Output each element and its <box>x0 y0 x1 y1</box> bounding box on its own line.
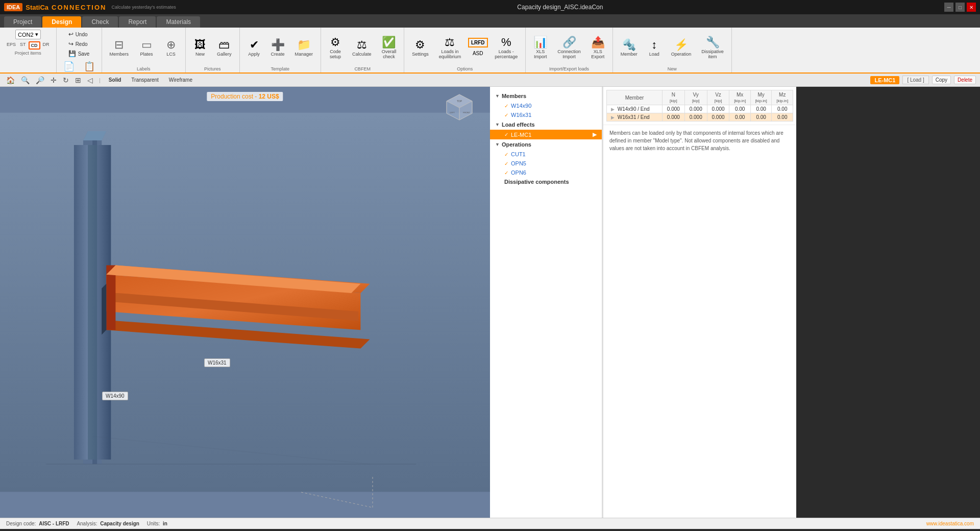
col-vy-header: Vy[kip] <box>684 90 707 105</box>
rotate-tool-icon[interactable]: ↻ <box>61 75 71 85</box>
row2-mx[interactable]: 0.00 <box>729 113 751 122</box>
minimize-button[interactable]: ─ <box>944 3 953 12</box>
tree-item-w14x90[interactable]: ✓ W14x90 <box>490 101 602 110</box>
lcs-button[interactable]: ⊕ LCS <box>160 30 182 65</box>
plates-button[interactable]: ▭ Plates <box>135 30 158 65</box>
members-button[interactable]: ⊟ Members <box>105 30 134 65</box>
manager-button[interactable]: 📁 Manager <box>290 30 318 65</box>
dr-button[interactable]: DR <box>41 41 51 50</box>
cd-button[interactable]: CD <box>29 41 40 50</box>
load-badge: [ Load ] <box>902 76 928 84</box>
row2-vy[interactable]: 0.000 <box>684 113 707 122</box>
redo-icon: ↪ <box>68 40 74 47</box>
fit-tool-icon[interactable]: ⊞ <box>73 75 83 85</box>
panel-delete-button[interactable]: Delete <box>954 76 976 84</box>
project-dropdown[interactable]: CON2 ▾ <box>15 30 41 39</box>
tab-materials[interactable]: Materials <box>157 16 200 28</box>
settings-button[interactable]: ⚙ Settings <box>407 30 433 65</box>
new-button[interactable]: 📄 New <box>60 59 78 74</box>
tree-item-opn5[interactable]: ✓ OPN5 <box>490 159 602 168</box>
table-row[interactable]: ▶ W16x31 / End 0.000 0.000 0.000 0.00 0.… <box>607 113 793 122</box>
project-items-label: Project items <box>15 51 41 56</box>
panel-copy-button[interactable]: Copy <box>932 76 951 84</box>
3d-viewport[interactable]: Production cost - 12 US$ W14x90 W16x31 T… <box>0 87 490 518</box>
transparent-view-button[interactable]: Transparent <box>127 76 163 84</box>
row1-mz[interactable]: 0.00 <box>772 105 793 113</box>
create-button[interactable]: ➕ Create <box>266 30 289 65</box>
apply-icon: ✔ <box>250 38 259 52</box>
lcs-icon: ⊕ <box>166 38 176 52</box>
row2-member: ▶ W16x31 / End <box>607 113 663 122</box>
tree-operations-header[interactable]: ▼ Operations <box>490 139 602 150</box>
move-tool-icon[interactable]: ✛ <box>48 75 59 85</box>
window-title: Capacity design_AISC.ideaCon <box>517 4 603 11</box>
tab-report[interactable]: Report <box>119 16 156 28</box>
new-member-button[interactable]: 🔩 Member <box>616 30 642 65</box>
undo-label: Undo <box>76 32 88 37</box>
tree-item-cut1[interactable]: ✓ CUT1 <box>490 150 602 159</box>
close-button[interactable]: ✕ <box>967 3 976 12</box>
home-tool-icon[interactable]: 🏠 <box>4 75 17 85</box>
new-load-button[interactable]: ↕ Load <box>643 30 666 65</box>
le-mc1-arrow-icon: ▶ <box>593 131 597 138</box>
tab-check[interactable]: Check <box>82 16 118 28</box>
eps-button[interactable]: EPS <box>5 41 17 50</box>
row1-my[interactable]: 0.00 <box>750 105 772 113</box>
loads-equilibrium-button[interactable]: ⚖ Loads inequilibrium <box>434 30 466 65</box>
pointer-tool-icon[interactable]: ◁ <box>85 75 95 85</box>
tree-item-opn6[interactable]: ✓ OPN6 <box>490 168 602 177</box>
undo-button[interactable]: ↩ Undo <box>66 30 90 39</box>
window-controls[interactable]: ─ □ ✕ <box>944 3 976 12</box>
redo-button[interactable]: ↪ Redo <box>66 39 90 49</box>
lrfd-button[interactable]: LRFD <box>468 38 488 47</box>
plates-label: Plates <box>140 52 153 57</box>
calculate-button[interactable]: ⚖ Calculate <box>348 30 376 65</box>
table-row[interactable]: ▶ W14x90 / End 0.000 0.000 0.000 0.00 0.… <box>607 105 793 113</box>
cube-navigator[interactable]: TOP LEFT FRONT <box>444 92 480 128</box>
tab-design[interactable]: Design <box>42 16 81 28</box>
zoom-tool-icon[interactable]: 🔍 <box>19 75 32 85</box>
search-tool-icon[interactable]: 🔎 <box>34 75 46 85</box>
gallery-icon: 🗃 <box>218 38 230 52</box>
website-link[interactable]: www.ideastatica.com <box>926 521 974 526</box>
connection-import-button[interactable]: 🔗 ConnectionImport <box>553 30 585 65</box>
new-load-icon: ↕ <box>651 38 657 52</box>
solid-view-button[interactable]: Solid <box>105 76 125 84</box>
new-operation-button[interactable]: ⚡ Operation <box>667 30 696 65</box>
row2-vz[interactable]: 0.000 <box>707 113 729 122</box>
maximize-button[interactable]: □ <box>955 3 965 12</box>
xls-export-button[interactable]: 📤 XLSExport <box>586 30 609 65</box>
tree-load-effects-header[interactable]: ▼ Load effects <box>490 119 602 130</box>
tree-item-le-mc1[interactable]: ✓ LE-MC1 ▶ <box>490 130 602 139</box>
wireframe-view-button[interactable]: Wireframe <box>165 76 197 84</box>
copy-button[interactable]: 📋 Copy <box>80 59 99 74</box>
row2-mz[interactable]: 0.00 <box>772 113 793 122</box>
row1-vy[interactable]: 0.000 <box>684 105 707 113</box>
tree-member2-label: W16x31 <box>511 112 531 118</box>
xls-import-button[interactable]: 📊 XLSImport <box>529 30 552 65</box>
tree-members-header[interactable]: ▼ Members <box>490 91 602 101</box>
row2-n[interactable]: 0.000 <box>662 113 684 122</box>
row2-my[interactable]: 0.00 <box>750 113 772 122</box>
row1-vz[interactable]: 0.000 <box>707 105 729 113</box>
save-button[interactable]: 💾 Save <box>66 49 92 58</box>
col-member-header: Member <box>607 90 663 105</box>
code-setup-button[interactable]: ⚙ Codesetup <box>324 30 347 65</box>
row1-n[interactable]: 0.000 <box>662 105 684 113</box>
overall-check-button[interactable]: ✅ Overallcheck <box>377 30 401 65</box>
dissipative-item-button[interactable]: 🔧 Dissipativeitem <box>697 30 728 65</box>
gallery-button[interactable]: 🗃 Gallery <box>212 30 236 65</box>
tab-project[interactable]: Project <box>4 16 41 28</box>
plates-icon: ▭ <box>141 38 152 52</box>
apply-button[interactable]: ✔ Apply <box>243 30 265 65</box>
options-group-label: Options <box>457 66 473 71</box>
row1-mx[interactable]: 0.00 <box>729 105 751 113</box>
pictures-new-button[interactable]: 🖼 New <box>189 30 211 65</box>
template-content: ✔ Apply ➕ Create 📁 Manager <box>243 30 318 65</box>
asd-button[interactable]: ASD <box>467 49 489 58</box>
loads-percentage-button[interactable]: % Loads -percentage <box>490 30 522 65</box>
tree-item-w16x31[interactable]: ✓ W16x31 <box>490 110 602 119</box>
titlebar: IDEA StatiCa CONNECTION Calculate yester… <box>0 0 980 14</box>
import-export-group: 📊 XLSImport 🔗 ConnectionImport 📤 XLSExpo… <box>526 28 613 73</box>
st-button[interactable]: ST <box>18 41 28 50</box>
